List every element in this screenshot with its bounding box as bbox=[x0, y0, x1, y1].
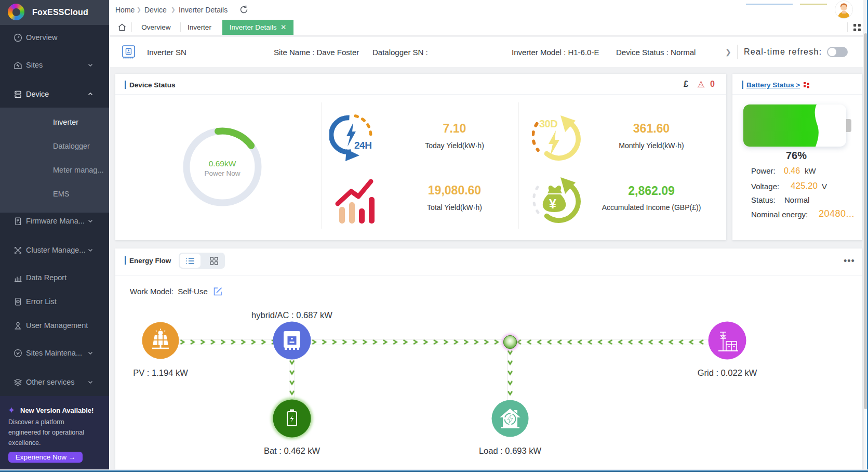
svg-text:¥: ¥ bbox=[549, 196, 556, 211]
svg-text:30D: 30D bbox=[539, 118, 557, 129]
svg-text:24H: 24H bbox=[354, 140, 371, 151]
